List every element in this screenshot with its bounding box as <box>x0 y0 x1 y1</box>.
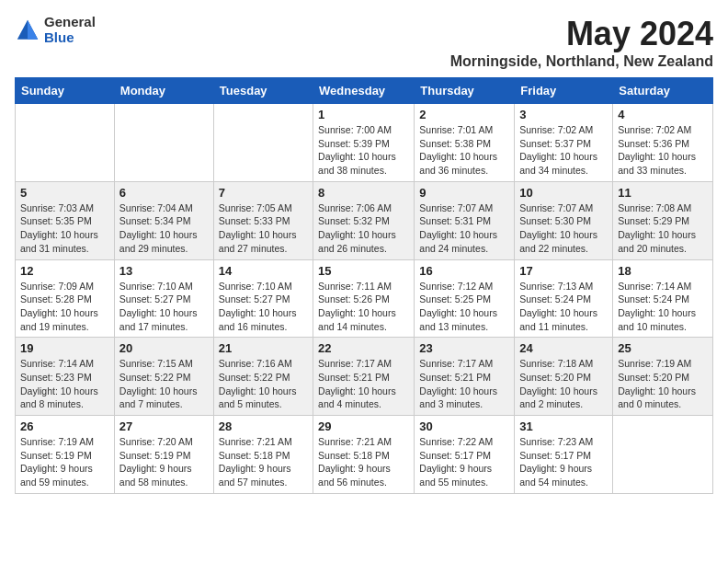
day-info: Sunrise: 7:08 AM Sunset: 5:29 PM Dayligh… <box>618 201 708 256</box>
calendar-table: Sunday Monday Tuesday Wednesday Thursday… <box>15 77 713 494</box>
day-number: 9 <box>419 186 509 200</box>
table-row: 22Sunrise: 7:17 AM Sunset: 5:21 PM Dayli… <box>313 338 415 416</box>
day-info: Sunrise: 7:10 AM Sunset: 5:27 PM Dayligh… <box>119 280 209 334</box>
day-number: 30 <box>419 419 509 433</box>
day-number: 23 <box>419 341 509 355</box>
day-info: Sunrise: 7:05 AM Sunset: 5:33 PM Dayligh… <box>219 201 308 256</box>
table-row: 8Sunrise: 7:06 AM Sunset: 5:32 PM Daylig… <box>313 181 415 259</box>
day-number: 8 <box>318 186 409 200</box>
header-thursday: Thursday <box>415 78 515 104</box>
table-row: 1Sunrise: 7:00 AM Sunset: 5:39 PM Daylig… <box>313 104 415 182</box>
day-info: Sunrise: 7:10 AM Sunset: 5:27 PM Dayligh… <box>219 280 308 334</box>
month-title: May 2024 <box>450 15 713 53</box>
table-row: 17Sunrise: 7:13 AM Sunset: 5:24 PM Dayli… <box>515 259 613 338</box>
table-row: 13Sunrise: 7:10 AM Sunset: 5:27 PM Dayli… <box>114 259 213 338</box>
header-friday: Friday <box>515 78 613 104</box>
table-row <box>16 104 115 182</box>
header-sunday: Sunday <box>16 78 115 104</box>
logo: General Blue <box>15 15 96 45</box>
table-row <box>613 416 713 494</box>
table-row: 6Sunrise: 7:04 AM Sunset: 5:34 PM Daylig… <box>114 181 213 259</box>
day-info: Sunrise: 7:16 AM Sunset: 5:22 PM Dayligh… <box>219 357 308 411</box>
day-number: 11 <box>618 186 708 200</box>
day-info: Sunrise: 7:20 AM Sunset: 5:19 PM Dayligh… <box>119 435 209 489</box>
table-row: 31Sunrise: 7:23 AM Sunset: 5:17 PM Dayli… <box>515 416 613 494</box>
logo-icon <box>15 17 40 43</box>
day-info: Sunrise: 7:04 AM Sunset: 5:34 PM Dayligh… <box>119 201 209 256</box>
day-number: 1 <box>318 108 409 121</box>
day-number: 2 <box>419 108 509 121</box>
header-tuesday: Tuesday <box>213 78 313 104</box>
table-row: 26Sunrise: 7:19 AM Sunset: 5:19 PM Dayli… <box>16 416 115 494</box>
day-number: 29 <box>318 419 409 433</box>
table-row: 29Sunrise: 7:21 AM Sunset: 5:18 PM Dayli… <box>313 416 415 494</box>
table-row: 2Sunrise: 7:01 AM Sunset: 5:38 PM Daylig… <box>415 104 515 182</box>
day-number: 27 <box>119 419 209 433</box>
day-info: Sunrise: 7:19 AM Sunset: 5:19 PM Dayligh… <box>20 435 109 489</box>
logo-general: General <box>44 15 96 30</box>
table-row: 5Sunrise: 7:03 AM Sunset: 5:35 PM Daylig… <box>16 181 115 259</box>
table-row: 19Sunrise: 7:14 AM Sunset: 5:23 PM Dayli… <box>16 338 115 416</box>
day-number: 12 <box>20 264 109 278</box>
table-row: 28Sunrise: 7:21 AM Sunset: 5:18 PM Dayli… <box>213 416 313 494</box>
table-row: 12Sunrise: 7:09 AM Sunset: 5:28 PM Dayli… <box>16 259 115 338</box>
day-info: Sunrise: 7:09 AM Sunset: 5:28 PM Dayligh… <box>20 280 109 334</box>
day-info: Sunrise: 7:15 AM Sunset: 5:22 PM Dayligh… <box>119 357 209 411</box>
location-title: Morningside, Northland, New Zealand <box>450 53 713 70</box>
page-header: General Blue May 2024 Morningside, North… <box>15 15 713 70</box>
day-number: 6 <box>119 186 209 200</box>
day-number: 4 <box>618 108 708 121</box>
calendar-row: 5Sunrise: 7:03 AM Sunset: 5:35 PM Daylig… <box>16 181 713 259</box>
table-row: 27Sunrise: 7:20 AM Sunset: 5:19 PM Dayli… <box>114 416 213 494</box>
day-number: 31 <box>519 419 608 433</box>
table-row <box>114 104 213 182</box>
table-row: 20Sunrise: 7:15 AM Sunset: 5:22 PM Dayli… <box>114 338 213 416</box>
day-number: 7 <box>219 186 308 200</box>
table-row: 16Sunrise: 7:12 AM Sunset: 5:25 PM Dayli… <box>415 259 515 338</box>
day-info: Sunrise: 7:23 AM Sunset: 5:17 PM Dayligh… <box>519 435 608 489</box>
day-info: Sunrise: 7:21 AM Sunset: 5:18 PM Dayligh… <box>219 435 308 489</box>
day-info: Sunrise: 7:02 AM Sunset: 5:37 PM Dayligh… <box>519 123 608 178</box>
day-info: Sunrise: 7:02 AM Sunset: 5:36 PM Dayligh… <box>618 123 708 178</box>
header-saturday: Saturday <box>613 78 713 104</box>
table-row: 9Sunrise: 7:07 AM Sunset: 5:31 PM Daylig… <box>415 181 515 259</box>
day-info: Sunrise: 7:03 AM Sunset: 5:35 PM Dayligh… <box>20 201 109 256</box>
svg-marker-1 <box>28 19 38 39</box>
table-row: 25Sunrise: 7:19 AM Sunset: 5:20 PM Dayli… <box>613 338 713 416</box>
day-number: 25 <box>618 341 708 355</box>
day-number: 10 <box>519 186 608 200</box>
table-row: 18Sunrise: 7:14 AM Sunset: 5:24 PM Dayli… <box>613 259 713 338</box>
day-info: Sunrise: 7:12 AM Sunset: 5:25 PM Dayligh… <box>419 280 509 334</box>
table-row: 3Sunrise: 7:02 AM Sunset: 5:37 PM Daylig… <box>515 104 613 182</box>
day-info: Sunrise: 7:13 AM Sunset: 5:24 PM Dayligh… <box>519 280 608 334</box>
day-info: Sunrise: 7:18 AM Sunset: 5:20 PM Dayligh… <box>519 357 608 411</box>
table-row: 14Sunrise: 7:10 AM Sunset: 5:27 PM Dayli… <box>213 259 313 338</box>
day-number: 5 <box>20 186 109 200</box>
calendar-row: 12Sunrise: 7:09 AM Sunset: 5:28 PM Dayli… <box>16 259 713 338</box>
table-row <box>213 104 313 182</box>
day-info: Sunrise: 7:00 AM Sunset: 5:39 PM Dayligh… <box>318 123 409 178</box>
day-number: 14 <box>219 264 308 278</box>
header-row: Sunday Monday Tuesday Wednesday Thursday… <box>16 78 713 104</box>
day-number: 18 <box>618 264 708 278</box>
day-number: 15 <box>318 264 409 278</box>
table-row: 21Sunrise: 7:16 AM Sunset: 5:22 PM Dayli… <box>213 338 313 416</box>
table-row: 23Sunrise: 7:17 AM Sunset: 5:21 PM Dayli… <box>415 338 515 416</box>
day-info: Sunrise: 7:07 AM Sunset: 5:31 PM Dayligh… <box>419 201 509 256</box>
day-info: Sunrise: 7:22 AM Sunset: 5:17 PM Dayligh… <box>419 435 509 489</box>
table-row: 4Sunrise: 7:02 AM Sunset: 5:36 PM Daylig… <box>613 104 713 182</box>
table-row: 15Sunrise: 7:11 AM Sunset: 5:26 PM Dayli… <box>313 259 415 338</box>
day-number: 22 <box>318 341 409 355</box>
day-info: Sunrise: 7:01 AM Sunset: 5:38 PM Dayligh… <box>419 123 509 178</box>
table-row: 24Sunrise: 7:18 AM Sunset: 5:20 PM Dayli… <box>515 338 613 416</box>
day-info: Sunrise: 7:17 AM Sunset: 5:21 PM Dayligh… <box>419 357 509 411</box>
calendar-row: 19Sunrise: 7:14 AM Sunset: 5:23 PM Dayli… <box>16 338 713 416</box>
logo-text: General Blue <box>44 15 96 45</box>
day-number: 13 <box>119 264 209 278</box>
table-row: 10Sunrise: 7:07 AM Sunset: 5:30 PM Dayli… <box>515 181 613 259</box>
day-number: 17 <box>519 264 608 278</box>
calendar-row: 1Sunrise: 7:00 AM Sunset: 5:39 PM Daylig… <box>16 104 713 182</box>
day-info: Sunrise: 7:06 AM Sunset: 5:32 PM Dayligh… <box>318 201 409 256</box>
logo-blue: Blue <box>44 30 96 46</box>
day-info: Sunrise: 7:14 AM Sunset: 5:23 PM Dayligh… <box>20 357 109 411</box>
